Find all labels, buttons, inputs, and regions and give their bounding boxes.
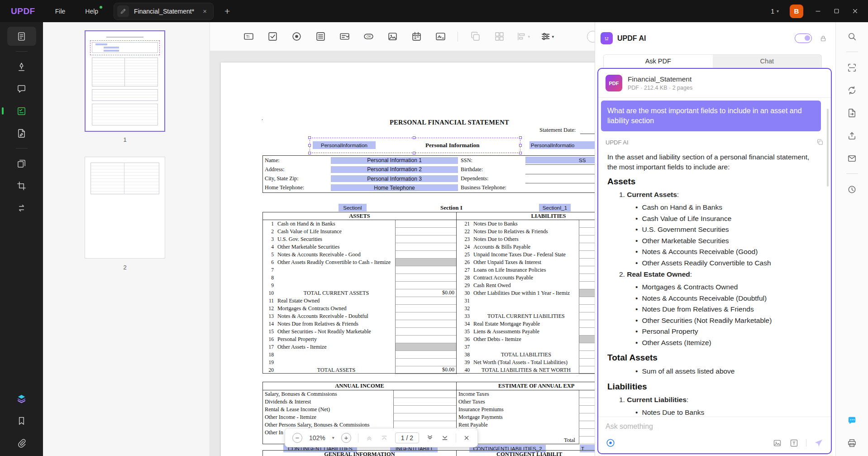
- liability-amount-cell[interactable]: [579, 312, 595, 320]
- send-button[interactable]: [814, 438, 824, 448]
- mail-icon[interactable]: [842, 149, 862, 168]
- form-field-highlight[interactable]: Personal Information 1: [331, 157, 458, 164]
- combobox-field-icon[interactable]: [338, 30, 351, 43]
- duplicate-fields-icon[interactable]: [468, 30, 482, 43]
- asset-amount-cell[interactable]: [395, 336, 456, 343]
- tab-ask-pdf[interactable]: Ask PDF: [604, 55, 713, 68]
- asset-amount-cell[interactable]: [395, 259, 456, 266]
- user-avatar[interactable]: B: [790, 5, 803, 18]
- liability-amount-cell[interactable]: [579, 289, 595, 297]
- first-page-button[interactable]: [365, 434, 373, 442]
- liability-amount-cell[interactable]: [579, 351, 595, 359]
- asset-amount-cell[interactable]: [395, 274, 456, 282]
- asset-amount-cell[interactable]: $0.00: [395, 289, 456, 297]
- expense-amount-cell[interactable]: [579, 429, 595, 437]
- menu-file[interactable]: File: [55, 8, 66, 15]
- asset-amount-cell[interactable]: [395, 243, 456, 251]
- button-field-icon[interactable]: OK: [362, 30, 375, 43]
- listbox-field-icon[interactable]: [314, 30, 327, 43]
- expense-amount-cell[interactable]: [579, 390, 595, 398]
- stacks-icon[interactable]: [7, 389, 36, 408]
- asset-amount-cell[interactable]: $0.00: [395, 366, 456, 374]
- print-icon[interactable]: [842, 433, 862, 452]
- liability-amount-cell[interactable]: [579, 336, 595, 343]
- text-box-icon[interactable]: [789, 438, 799, 448]
- last-page-button[interactable]: [441, 434, 449, 442]
- liability-amount-cell[interactable]: [579, 266, 595, 274]
- liability-amount-cell[interactable]: [579, 235, 595, 243]
- page-number-input[interactable]: 1 / 2: [395, 432, 419, 443]
- window-count-dropdown[interactable]: 1 ▾: [771, 8, 779, 15]
- history-icon[interactable]: [842, 180, 862, 199]
- ai-toggle-icon[interactable]: [795, 34, 812, 43]
- previous-page-button[interactable]: [380, 434, 388, 442]
- asset-amount-cell[interactable]: [395, 320, 456, 328]
- zoom-dropdown-icon[interactable]: ▾: [332, 435, 334, 440]
- form-field-highlight[interactable]: Home Telephone: [331, 184, 458, 191]
- liability-amount-cell[interactable]: [579, 259, 595, 266]
- liability-amount-cell[interactable]: [579, 305, 595, 312]
- reader-icon[interactable]: [7, 27, 36, 46]
- asset-amount-cell[interactable]: [395, 266, 456, 274]
- zoom-out-button[interactable]: −: [292, 433, 302, 443]
- form-field-highlight[interactable]: Personal Information 2: [331, 166, 458, 173]
- page-edit-icon[interactable]: [7, 124, 36, 143]
- field-properties-icon[interactable]: ▾: [540, 30, 554, 43]
- close-toolbar-button[interactable]: [463, 434, 470, 442]
- income-amount-cell[interactable]: [393, 398, 456, 406]
- stamp-icon[interactable]: [7, 57, 36, 76]
- asset-amount-cell[interactable]: [395, 305, 456, 312]
- image-field-icon[interactable]: [386, 30, 399, 43]
- insert-image-icon[interactable]: [773, 438, 782, 448]
- asset-amount-cell[interactable]: [395, 343, 456, 351]
- attachment-icon[interactable]: [7, 433, 36, 452]
- page-thumbnail-2[interactable]: [85, 157, 165, 259]
- form-field-icon[interactable]: [7, 101, 36, 120]
- lock-icon[interactable]: [819, 34, 827, 43]
- liability-amount-cell[interactable]: [579, 343, 595, 351]
- expense-amount-cell[interactable]: [579, 437, 595, 444]
- asset-amount-cell[interactable]: [395, 251, 456, 259]
- liability-amount-cell[interactable]: [579, 366, 595, 374]
- page-thumbnail-1[interactable]: [85, 30, 165, 132]
- form-field-tag[interactable]: SectionI_1: [539, 204, 571, 211]
- crop-icon[interactable]: [7, 176, 36, 195]
- liability-amount-cell[interactable]: [579, 274, 595, 282]
- asset-amount-cell[interactable]: [395, 297, 456, 305]
- expense-amount-cell[interactable]: [579, 398, 595, 406]
- income-amount-cell[interactable]: [393, 406, 456, 413]
- liability-amount-cell[interactable]: [579, 320, 595, 328]
- signature-field-icon[interactable]: [434, 30, 447, 43]
- next-page-button[interactable]: [426, 434, 434, 442]
- asset-amount-cell[interactable]: [395, 351, 456, 359]
- asset-amount-cell[interactable]: [395, 359, 456, 366]
- copy-icon[interactable]: [816, 139, 824, 146]
- chat-bubble-icon[interactable]: [842, 411, 862, 430]
- export-file-icon[interactable]: [842, 103, 862, 122]
- maximize-button[interactable]: [833, 7, 840, 15]
- asset-amount-cell[interactable]: [395, 228, 456, 235]
- attached-file-card[interactable]: PDF Financial_Statement PDF · 212.4 KB ·…: [598, 69, 831, 98]
- liability-amount-cell[interactable]: [579, 328, 595, 336]
- form-field-highlight[interactable]: SS: [525, 157, 595, 163]
- checkbox-field-icon[interactable]: [266, 30, 279, 43]
- text-field-icon[interactable]: TI: [242, 30, 255, 43]
- bookmark-icon[interactable]: [7, 411, 36, 430]
- prompt-ideas-icon[interactable]: [606, 438, 615, 448]
- organize-pages-icon[interactable]: [7, 154, 36, 173]
- sync-icon[interactable]: [842, 81, 862, 100]
- asset-amount-cell[interactable]: [395, 235, 456, 243]
- liability-amount-cell[interactable]: [579, 220, 595, 228]
- zoom-in-button[interactable]: +: [341, 433, 351, 443]
- tab-close-icon[interactable]: ×: [203, 7, 207, 15]
- form-field-tag[interactable]: SectionI: [339, 204, 367, 211]
- align-fields-icon[interactable]: ▾: [516, 30, 530, 43]
- minimize-button[interactable]: [814, 7, 822, 15]
- menu-help[interactable]: Help: [85, 8, 98, 15]
- scrollbar-thumb[interactable]: [827, 109, 829, 187]
- search-icon[interactable]: [842, 27, 862, 46]
- collapsed-panel-button[interactable]: [587, 31, 595, 43]
- document-tab[interactable]: Financial_Statement* ×: [114, 3, 214, 20]
- new-tab-button[interactable]: +: [224, 6, 230, 17]
- annotate-icon[interactable]: [7, 79, 36, 98]
